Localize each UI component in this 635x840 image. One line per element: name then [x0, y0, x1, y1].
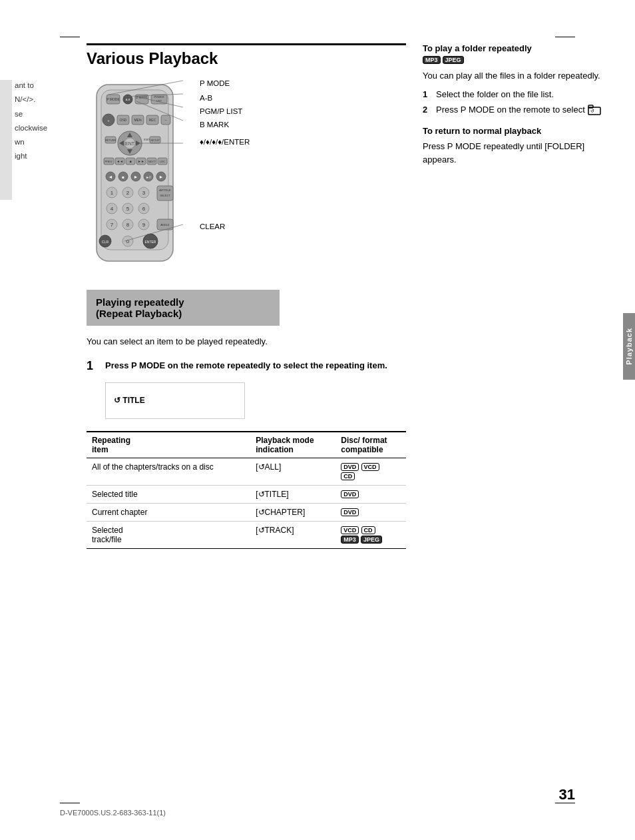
folder-step-1-text: Select the folder on the file list.	[436, 89, 554, 99]
table-row: All of the chapters/tracks on a disc [↺A…	[87, 458, 406, 485]
svg-text:9: 9	[142, 222, 146, 228]
badge-dvd-2: DVD	[341, 490, 359, 498]
label-b-mark: B MARK	[200, 119, 229, 130]
row2-item: Selected title	[87, 485, 250, 503]
remote-wrapper: P MODE A-B B MARK POWER LIST + OSD MEN	[87, 78, 406, 273]
remote-control-diagram: P MODE A-B B MARK POWER LIST + OSD MEN	[87, 78, 183, 271]
folder-badges: MP3 JPEG	[423, 56, 609, 64]
row1-indication: [↺ALL]	[250, 458, 335, 485]
row4-item: Selectedtrack/file	[87, 521, 250, 548]
sub-section-title-line1: Playing repeatedly	[96, 296, 270, 308]
svg-text:MEN: MEN	[134, 118, 142, 122]
badge-dvd: DVD	[341, 463, 359, 471]
prev-line-4: clockwise	[15, 123, 81, 134]
label-a-b: A-B	[200, 93, 212, 103]
repeat-table: Repeatingitem Playback modeindication Di…	[87, 431, 406, 549]
svg-text:►: ►	[134, 175, 138, 179]
svg-text:8: 8	[126, 222, 130, 228]
svg-text:SELECT: SELECT	[160, 194, 170, 197]
svg-text:CLR: CLR	[102, 240, 108, 244]
section-title: Various Playback	[87, 49, 406, 68]
label-arrows-enter: ♦/♦/♦/♦/ENTER	[200, 137, 250, 147]
table-row: Current chapter [↺CHAPTER] DVD	[87, 503, 406, 521]
table-row: Selected title [↺TITLE] DVD	[87, 485, 406, 503]
label-clear: CLEAR	[200, 221, 225, 232]
svg-text:LOC: LOC	[160, 160, 165, 163]
svg-text:0: 0	[126, 238, 130, 244]
prev-line-6: ight	[15, 151, 81, 162]
svg-text:►II: ►II	[146, 175, 151, 179]
remote-svg-container: P MODE A-B B MARK POWER LIST + OSD MEN	[87, 78, 186, 273]
svg-text:5: 5	[126, 206, 130, 212]
badge-jpeg: JPEG	[361, 536, 382, 544]
svg-text:POWER: POWER	[154, 95, 164, 99]
folder-badge-mp3: MP3	[423, 56, 441, 64]
col-header-indication: Playback modeindication	[250, 432, 335, 458]
right-content-panel: To play a folder repeatedly MP3 JPEG You…	[423, 43, 609, 173]
svg-text:OSD: OSD	[120, 118, 127, 122]
svg-text:■: ■	[129, 159, 131, 163]
svg-text:2: 2	[126, 190, 130, 196]
prev-page-content: ant to N/</>. se clockwise wn ight	[15, 80, 81, 165]
svg-text:3: 3	[142, 190, 146, 196]
svg-text:►►: ►►	[138, 159, 144, 163]
svg-text:A/P/TELE: A/P/TELE	[159, 189, 171, 192]
row1-item: All of the chapters/tracks on a disc	[87, 458, 250, 485]
svg-rect-91	[588, 105, 593, 108]
playback-tab-label: Playback	[625, 328, 633, 365]
folder-step-2: 2 Press P MODE on the remote to select ↺	[423, 105, 609, 116]
folder-description: You can play all the files in a folder r…	[423, 69, 609, 83]
folder-section-title: To play a folder repeatedly	[423, 43, 609, 53]
footer-text: D-VE7000S.US.2-683-363-11(1)	[60, 809, 166, 817]
svg-text:RETURN: RETURN	[105, 139, 116, 142]
display-symbol: ↺ TITLE	[114, 396, 145, 405]
step-1-number: 1	[87, 359, 99, 373]
row1-compatible: DVD VCD CD	[335, 458, 406, 485]
label-pgm-p-list: PGM/P LIST	[200, 106, 242, 117]
playback-tab: Playback	[623, 313, 635, 380]
svg-text:◄: ◄	[108, 175, 113, 179]
step-1-text: Press P MODE on the remote repeatedly to…	[105, 359, 387, 373]
svg-text:◄◄: ◄◄	[116, 159, 123, 163]
folder-icon: ↺	[587, 105, 602, 115]
svg-text:REC: REC	[149, 118, 156, 122]
repeat-description: You can select an item to be played repe…	[87, 335, 406, 348]
svg-text:A-B: A-B	[126, 98, 130, 101]
svg-text:7: 7	[110, 222, 114, 228]
col-header-compatible: Disc/ formatcompatible	[335, 432, 406, 458]
svg-text:–: –	[165, 118, 167, 122]
row3-indication: [↺CHAPTER]	[250, 503, 335, 521]
page-container: Playback ant to N/</>. se clockwise wn i…	[0, 0, 635, 840]
folder-step-2-num: 2	[423, 105, 432, 116]
badge-vcd-2: VCD	[341, 526, 359, 534]
row3-compatible: DVD	[335, 503, 406, 521]
table-header-row: Repeatingitem Playback modeindication Di…	[87, 432, 406, 458]
svg-text:6: 6	[142, 206, 146, 212]
display-box: ↺ TITLE	[105, 382, 245, 419]
page-number: 31	[559, 786, 575, 803]
corner-mark-top-right	[555, 37, 575, 37]
prev-line-3: se	[15, 109, 81, 120]
sidebar-left-tab	[0, 80, 12, 200]
row2-indication: [↺TITLE]	[250, 485, 335, 503]
prev-line-2: N/</>.	[15, 94, 81, 105]
row4-indication: [↺TRACK]	[250, 521, 335, 548]
row3-item: Current chapter	[87, 503, 250, 521]
badge-cd-2: CD	[361, 526, 375, 534]
sub-section-title-line2: (Repeat Playback)	[96, 308, 270, 319]
badge-cd: CD	[341, 472, 355, 480]
svg-text:ANGLE: ANGLE	[160, 223, 170, 226]
folder-step-1-num: 1	[423, 89, 432, 99]
row2-compatible: DVD	[335, 485, 406, 503]
svg-text:↺: ↺	[590, 109, 594, 113]
badge-dvd-3: DVD	[341, 508, 359, 516]
sub-section-box: Playing repeatedly (Repeat Playback)	[87, 290, 280, 326]
svg-text:+: +	[107, 119, 110, 123]
col-header-item: Repeatingitem	[87, 432, 250, 458]
svg-text:■: ■	[122, 175, 124, 179]
svg-text:P MODE: P MODE	[106, 97, 120, 101]
normal-playback-description: Press P MODE repeatedly until [FOLDER] a…	[423, 140, 609, 166]
corner-mark-bottom-left	[60, 803, 80, 803]
prev-line-5: wn	[15, 137, 81, 148]
normal-playback-title: To return to normal playback	[423, 126, 609, 136]
